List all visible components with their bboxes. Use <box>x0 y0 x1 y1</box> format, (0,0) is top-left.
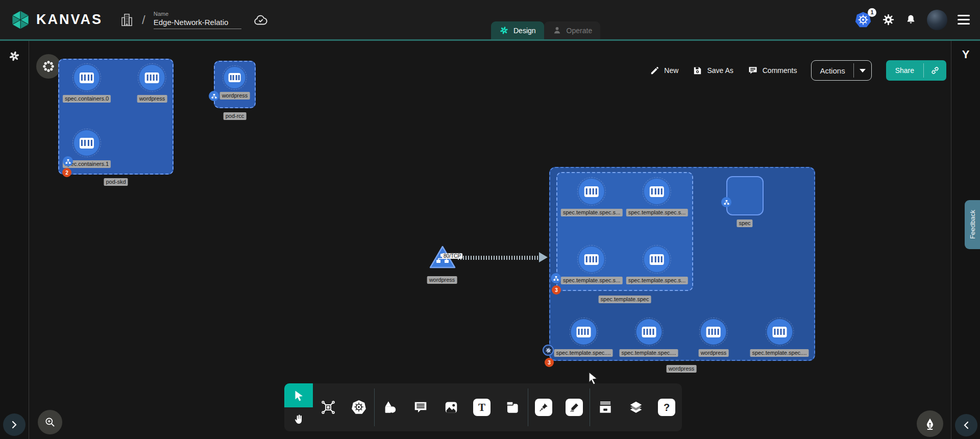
expand-left-panel-button[interactable] <box>3 413 26 436</box>
tool-pan-button[interactable] <box>284 407 313 431</box>
node-label: wordpress <box>137 95 167 103</box>
tool-help-button[interactable]: ? <box>651 383 682 431</box>
right-dock-handle[interactable]: Y <box>951 48 980 61</box>
actions-dropdown-button[interactable] <box>854 61 871 80</box>
zoom-button[interactable] <box>38 410 62 434</box>
container-node[interactable]: spec.containers.0 <box>63 65 111 103</box>
hierarchy-badge[interactable] <box>551 273 561 283</box>
organization-icon[interactable] <box>120 12 134 28</box>
feedback-label: Feedback <box>969 210 976 239</box>
container-node[interactable]: spec.template.spec.s... <box>561 247 623 284</box>
tool-archive-button[interactable] <box>590 383 621 431</box>
history-spiral-icon[interactable] <box>8 50 20 62</box>
kanvas-logo[interactable]: KANVAS <box>10 10 103 30</box>
canvas-settings-button[interactable] <box>36 54 61 79</box>
comments-button[interactable]: Comments <box>748 65 797 76</box>
tab-operate-label: Operate <box>567 27 593 35</box>
tool-comment-button[interactable] <box>405 383 436 431</box>
error-count-badge[interactable]: 3 <box>552 285 561 295</box>
pod-name-label: pod-rcc <box>224 112 247 120</box>
text-icon: T <box>473 399 491 416</box>
share-split-button[interactable]: Share <box>886 60 946 81</box>
error-count-badge[interactable]: 2 <box>62 168 71 177</box>
tool-kubernetes-button[interactable] <box>344 383 374 431</box>
save-icon <box>693 66 702 76</box>
shapes-icon <box>382 400 398 415</box>
container-node[interactable]: wordpress <box>699 319 729 357</box>
settings-button[interactable] <box>882 13 895 26</box>
new-button[interactable]: New <box>650 66 678 76</box>
flower-icon <box>42 60 55 73</box>
container-node[interactable]: spec.template.spec.s... <box>626 179 688 216</box>
spec-node[interactable] <box>726 176 764 215</box>
link-icon <box>930 65 940 76</box>
kanvas-logo-icon <box>10 10 31 30</box>
tab-design-label: Design <box>513 27 536 35</box>
cursor-icon <box>292 389 305 402</box>
hierarchy-badge[interactable] <box>63 156 73 166</box>
hand-icon <box>292 413 305 426</box>
caret-down-icon <box>860 69 866 72</box>
tool-frame-button[interactable] <box>497 383 528 431</box>
gear-icon <box>882 13 895 26</box>
container-icon <box>224 67 246 88</box>
avatar[interactable] <box>927 10 947 30</box>
collapse-right-panel-button[interactable] <box>955 414 977 436</box>
container-node[interactable]: spec.template.spec.s... <box>626 247 688 284</box>
tool-sketch-button[interactable] <box>559 383 590 431</box>
design-name-label: Name <box>154 11 241 17</box>
tool-select-button[interactable] <box>284 383 313 407</box>
container-icon <box>571 319 596 345</box>
share-button-label[interactable]: Share <box>886 60 923 81</box>
actions-button-label[interactable]: Actions <box>812 61 853 80</box>
node-label: spec.template.spec.s... <box>561 277 623 284</box>
container-node[interactable]: spec.template.spec.... <box>554 319 613 357</box>
container-icon <box>767 319 792 345</box>
pod-template-label: spec.template.spec <box>599 296 651 303</box>
container-icon <box>579 179 604 204</box>
tool-components-button[interactable] <box>313 383 344 431</box>
chevron-left-icon <box>962 421 970 429</box>
actions-split-button[interactable]: Actions <box>811 60 871 81</box>
pencil-sketch-icon <box>566 399 583 416</box>
breadcrumb-separator: / <box>142 13 145 27</box>
container-node[interactable]: spec.template.spec.s... <box>561 179 623 216</box>
design-name-field[interactable]: Name Edge-Network-Relatio <box>154 11 241 29</box>
deployment-name-label: wordpress <box>667 365 697 373</box>
meshery-badge[interactable] <box>543 345 554 356</box>
pen-nib-icon <box>923 417 937 430</box>
spec-node-label: spec <box>737 220 752 227</box>
design-spiral-icon <box>499 26 509 35</box>
feedback-tab[interactable]: Feedback <box>965 200 980 249</box>
pod-name-label: pod-skd <box>104 178 128 186</box>
menu-button[interactable] <box>958 15 970 25</box>
annotate-button[interactable] <box>917 410 943 437</box>
hierarchy-badge[interactable] <box>209 91 219 101</box>
save-as-button[interactable]: Save As <box>693 66 733 76</box>
container-node[interactable]: spec.template.spec.... <box>750 319 809 357</box>
container-icon <box>701 319 726 345</box>
tool-text-button[interactable]: T <box>467 383 497 431</box>
tool-pen-button[interactable] <box>528 383 559 431</box>
error-count-badge[interactable]: 3 <box>545 358 554 367</box>
copy-link-button[interactable] <box>924 60 946 81</box>
tool-shapes-button[interactable] <box>375 383 405 431</box>
notifications-button[interactable] <box>905 13 917 26</box>
save-as-button-label: Save As <box>707 66 733 75</box>
hierarchy-badge[interactable] <box>721 197 731 207</box>
container-node[interactable]: wordpress <box>137 65 167 103</box>
design-name-input[interactable]: Edge-Network-Relatio <box>154 18 241 29</box>
tool-layers-button[interactable] <box>621 383 651 431</box>
node-label: spec.template.spec.... <box>750 349 809 357</box>
tool-image-button[interactable] <box>436 383 467 431</box>
container-node[interactable]: wordpress <box>220 67 250 100</box>
design-action-bar: New Save As Comments Actions Share <box>650 60 946 81</box>
node-label: wordpress <box>699 349 729 357</box>
container-node[interactable]: spec.template.spec.... <box>620 319 678 357</box>
kubernetes-context-button[interactable]: 1 <box>854 11 872 29</box>
help-icon: ? <box>658 399 675 416</box>
tab-design[interactable]: Design <box>491 21 544 39</box>
cloud-saved-icon <box>253 13 269 27</box>
tab-operate[interactable]: Operate <box>544 21 601 39</box>
drawer-icon <box>598 400 613 415</box>
